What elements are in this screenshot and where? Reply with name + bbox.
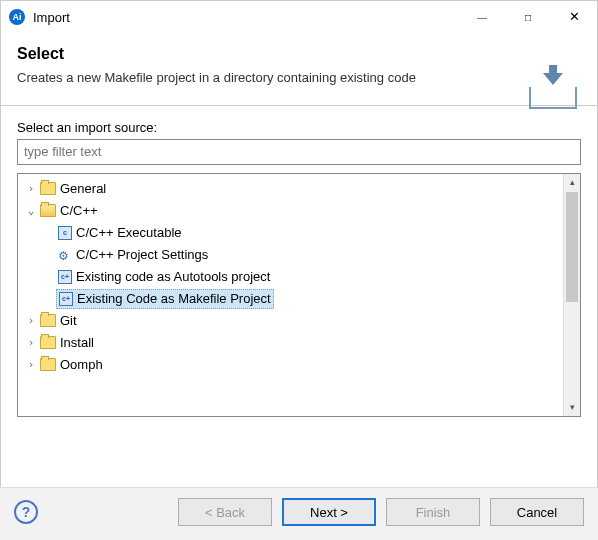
import-source-tree[interactable]: › General ⌄ C/C++ cC/C++ Executable C/C+… [18, 174, 563, 416]
titlebar: Ai Import — □ ✕ [1, 1, 597, 33]
tree-node-ccpp[interactable]: ⌄ C/C++ [20, 200, 561, 222]
tree-node-oomph[interactable]: › Oomph [20, 354, 561, 376]
page-title: Select [17, 45, 581, 63]
help-icon[interactable]: ? [14, 500, 38, 524]
finish-button[interactable]: Finish [386, 498, 480, 526]
window-controls: — □ ✕ [459, 1, 597, 33]
cancel-button[interactable]: Cancel [490, 498, 584, 526]
gear-icon [58, 248, 72, 262]
folder-open-icon [40, 204, 56, 217]
chevron-right-icon[interactable]: › [24, 336, 38, 349]
window-title: Import [33, 10, 459, 25]
tree-node-autotools[interactable]: c+Existing code as Autotools project [20, 266, 561, 288]
folder-icon [40, 358, 56, 371]
folder-icon [40, 314, 56, 327]
filter-input[interactable] [17, 139, 581, 165]
c-file-icon: c+ [59, 292, 73, 306]
minimize-button[interactable]: — [459, 1, 505, 33]
button-bar: ? < Back Next > Finish Cancel [0, 487, 598, 540]
chevron-right-icon[interactable]: › [24, 358, 38, 371]
tree-node-git[interactable]: › Git [20, 310, 561, 332]
tree-node-ccpp-executable[interactable]: cC/C++ Executable [20, 222, 561, 244]
back-button[interactable]: < Back [178, 498, 272, 526]
content-area: Select an import source: › General ⌄ C/C… [1, 106, 597, 425]
folder-icon [40, 182, 56, 195]
scroll-thumb[interactable] [566, 192, 578, 302]
scroll-down-icon[interactable]: ▾ [564, 399, 580, 416]
tree-container: › General ⌄ C/C++ cC/C++ Executable C/C+… [17, 173, 581, 417]
tree-node-makefile[interactable]: c+Existing Code as Makefile Project [20, 288, 561, 310]
c-file-icon: c+ [58, 270, 72, 284]
chevron-right-icon[interactable]: › [24, 314, 38, 327]
page-description: Creates a new Makefile project in a dire… [17, 69, 437, 87]
close-button[interactable]: ✕ [551, 1, 597, 33]
wizard-header: Select Creates a new Makefile project in… [1, 33, 597, 105]
next-button[interactable]: Next > [282, 498, 376, 526]
import-banner-icon [529, 75, 577, 109]
tree-node-install[interactable]: › Install [20, 332, 561, 354]
scroll-up-icon[interactable]: ▴ [564, 174, 580, 191]
folder-icon [40, 336, 56, 349]
tree-scrollbar[interactable]: ▴ ▾ [563, 174, 580, 416]
chevron-right-icon[interactable]: › [24, 182, 38, 195]
c-file-icon: c [58, 226, 72, 240]
maximize-button[interactable]: □ [505, 1, 551, 33]
tree-node-ccpp-settings[interactable]: C/C++ Project Settings [20, 244, 561, 266]
chevron-down-icon[interactable]: ⌄ [24, 204, 38, 217]
app-icon: Ai [9, 9, 25, 25]
source-prompt: Select an import source: [17, 120, 581, 135]
tree-node-general[interactable]: › General [20, 178, 561, 200]
